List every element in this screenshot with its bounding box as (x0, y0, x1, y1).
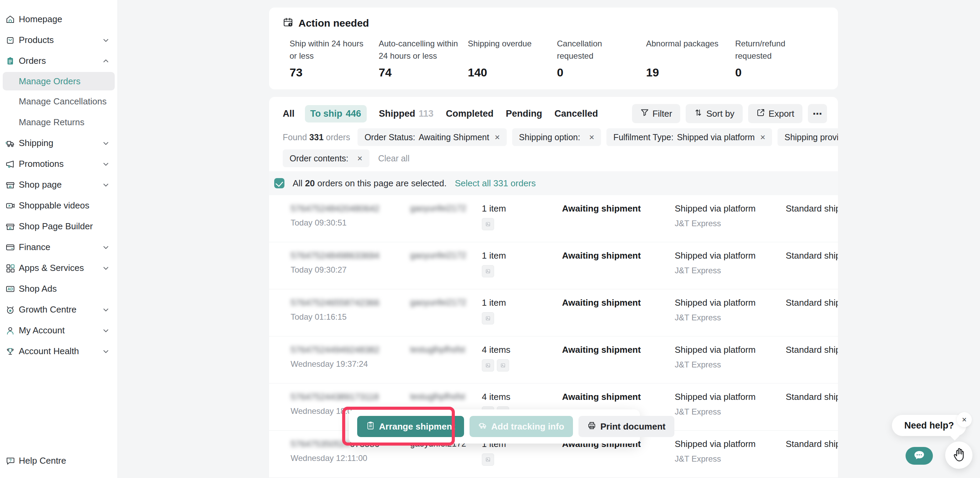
fulfilment-type: Shipped via platform (675, 345, 786, 355)
buyer-username: testuglhpfhsfst (410, 345, 465, 354)
filter-chip-shipping-provider[interactable]: Shipping provider: × (778, 128, 838, 146)
selection-text: All 20 orders on this page are selected. (293, 178, 447, 189)
fulfilment-type: Shipped via platform (675, 439, 786, 449)
chevron-up-icon (102, 57, 110, 65)
stat-return-refund[interactable]: Return/refund requested 0 (735, 38, 824, 81)
tab-completed[interactable]: Completed (446, 108, 494, 119)
fulfilment-type: Shipped via platform (675, 392, 786, 402)
batch-action-bar: Arrange shipment Add tracking info Print… (349, 410, 640, 443)
stat-ship-within-24h[interactable]: Ship within 24 hours or less 73 (290, 38, 379, 81)
sidebar-item-growth-centre[interactable]: Growth Centre (0, 299, 118, 320)
sidebar-item-shop-page[interactable]: Shop page (0, 174, 118, 195)
filter-button[interactable]: Filter (632, 104, 681, 123)
selection-banner: All 20 orders on this page are selected.… (269, 171, 838, 195)
arrange-shipment-button[interactable]: Arrange shipment (357, 416, 464, 437)
sidebar-item-my-account[interactable]: My Account (0, 320, 118, 341)
credit-card-icon (5, 242, 15, 252)
filter-chip-order-status[interactable]: Order Status: Awaiting Shipment × (358, 128, 506, 146)
sidebar-item-shop-page-builder[interactable]: Shop Page Builder (0, 216, 118, 237)
fulfilment-type: Shipped via platform (675, 297, 786, 308)
filter-chip-fulfilment-type[interactable]: Fulfilment Type: Shipped via platform × (606, 128, 772, 146)
stat-cancellation-requested[interactable]: Cancellation requested 0 (557, 38, 646, 81)
sidebar-item-finance[interactable]: Finance (0, 237, 118, 257)
sidebar-item-manage-orders[interactable]: Manage Orders (3, 72, 115, 91)
remove-filter-icon[interactable]: × (589, 133, 594, 141)
storefront-builder-icon (5, 221, 15, 232)
shipping-provider: J&T Express (675, 313, 786, 322)
wave-hand-button[interactable] (945, 441, 972, 469)
chat-support-button[interactable] (905, 447, 933, 465)
sidebar-item-promotions[interactable]: Promotions (0, 154, 118, 174)
clipboard-icon (366, 421, 375, 432)
filter-chips-row-1: Found 331 orders Order Status: Awaiting … (280, 128, 827, 146)
order-date: Today 01:16:15 (291, 312, 410, 322)
help-bubble-icon: ? (5, 456, 15, 466)
sidebar-item-help-centre[interactable]: ? Help Centre (0, 450, 118, 471)
sort-button[interactable]: Sort by (686, 104, 742, 123)
sidebar-item-label: Manage Returns (19, 117, 84, 128)
filter-chip-order-contents[interactable]: Order contents: × (283, 149, 369, 167)
shipping-provider: J&T Express (675, 407, 786, 417)
add-tracking-info-button[interactable]: Add tracking info (469, 416, 573, 437)
sidebar-item-apps-services[interactable]: Apps & Services (0, 257, 118, 278)
order-id: 576475248498633694 (291, 251, 410, 261)
sidebar-item-manage-cancellations[interactable]: Manage Cancellations (0, 91, 118, 112)
shipping-option: Standard shipping (786, 345, 838, 383)
product-thumbnail (482, 218, 494, 230)
item-count: 1 item (482, 297, 562, 308)
filter-chip-shipping-option[interactable]: Shipping option: × (512, 128, 601, 146)
select-all-orders-link[interactable]: Select all 331 orders (455, 178, 536, 189)
sidebar-item-label: Shop Ads (19, 284, 57, 294)
sidebar-item-label: Promotions (19, 159, 64, 169)
remove-filter-icon[interactable]: × (357, 154, 362, 163)
select-all-checkbox[interactable] (274, 178, 285, 188)
tab-shipped[interactable]: Shipped113 (379, 108, 434, 119)
stat-abnormal-packages[interactable]: Abnormal packages 19 (646, 38, 735, 81)
print-document-button[interactable]: Print document (578, 416, 675, 437)
sidebar-item-products[interactable]: Products (0, 30, 118, 51)
tab-to-ship[interactable]: To ship446 (305, 105, 367, 122)
chevron-down-icon (102, 244, 110, 251)
stat-shipping-overdue[interactable]: Shipping overdue 140 (468, 38, 557, 81)
sidebar-item-label: Manage Cancellations (19, 96, 107, 107)
sidebar-item-shop-ads[interactable]: AD Shop Ads (0, 278, 118, 299)
table-row[interactable]: 576475248420480642 Today 09:30:51 gaoyun… (269, 195, 838, 242)
remove-filter-icon[interactable]: × (760, 133, 765, 141)
tab-all[interactable]: All (283, 108, 295, 119)
sidebar-item-orders[interactable]: Orders (0, 51, 118, 71)
product-thumbnail (482, 312, 494, 324)
shipping-provider: J&T Express (675, 454, 786, 464)
sidebar-item-manage-returns[interactable]: Manage Returns (0, 112, 118, 133)
medal-icon (5, 305, 15, 315)
product-thumbnail (482, 453, 494, 466)
close-icon[interactable]: × (957, 412, 972, 427)
sidebar-item-shoppable-videos[interactable]: Shoppable videos (0, 195, 118, 216)
chevron-down-icon (102, 264, 110, 272)
sidebar-item-label: Shoppable videos (19, 200, 89, 211)
export-button[interactable]: Export (748, 104, 802, 123)
sidebar-item-shipping[interactable]: Shipping (0, 133, 118, 154)
sidebar-item-homepage[interactable]: Homepage (0, 9, 118, 30)
item-count: 1 item (482, 203, 562, 214)
chevron-down-icon (102, 348, 110, 355)
action-needed-card: Action needed Ship within 24 hours or le… (269, 8, 838, 89)
order-id: 576475246558742366 (291, 297, 410, 308)
tab-cancelled[interactable]: Cancelled (555, 108, 598, 119)
table-row[interactable]: 576475244949248382 Wednesday 19:37:24 te… (269, 337, 838, 383)
clear-all-filters-link[interactable]: Clear all (378, 154, 410, 164)
stat-auto-cancelling[interactable]: Auto-cancelling within 24 hours or less … (379, 38, 468, 81)
sidebar-item-label: Account Health (19, 346, 79, 357)
printer-icon (587, 421, 596, 432)
tab-pending[interactable]: Pending (506, 108, 542, 119)
buyer-username: testuglhpfhsfst (410, 392, 465, 401)
more-actions-button[interactable]: ⋯ (808, 104, 827, 123)
remove-filter-icon[interactable]: × (495, 133, 500, 141)
sidebar-item-account-health[interactable]: Account Health (0, 341, 118, 362)
sidebar-item-label: Help Centre (19, 456, 66, 466)
sidebar-item-label: Finance (19, 242, 51, 252)
table-row[interactable]: 576475248498633694 Today 09:30:27 gaoyun… (269, 242, 838, 289)
chevron-down-icon (102, 37, 110, 44)
need-help-bubble[interactable]: Need help? (892, 415, 966, 436)
shipping-provider: J&T Express (675, 266, 786, 275)
table-row[interactable]: 576475246558742366 Today 01:16:15 gaoyun… (269, 289, 838, 337)
